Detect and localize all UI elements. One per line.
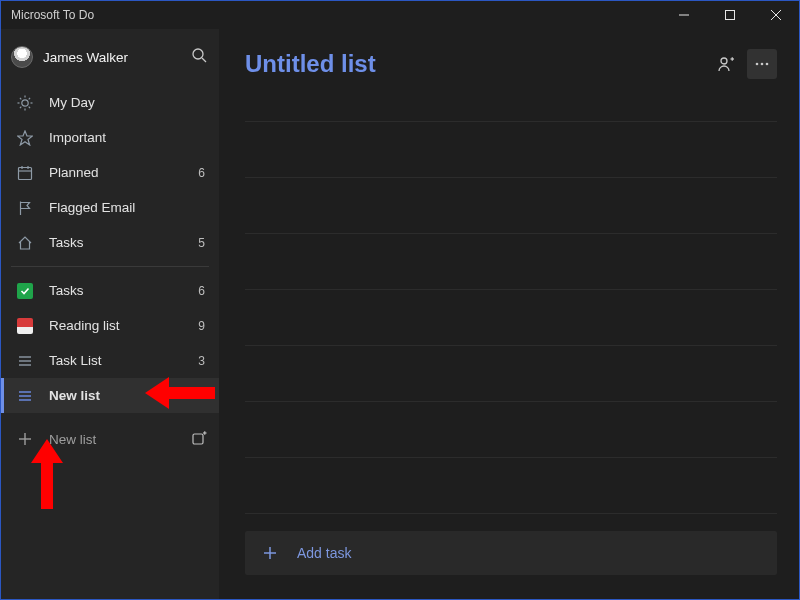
sidebar-item-label: Tasks	[49, 235, 198, 250]
sidebar-list-new-list[interactable]: New list	[1, 378, 219, 413]
new-group-icon	[191, 430, 207, 446]
plus-icon	[261, 544, 279, 562]
sidebar-item-label: Task List	[49, 353, 198, 368]
flag-icon	[15, 198, 35, 218]
main-header: Untitled list	[245, 29, 777, 99]
svg-line-14	[29, 97, 30, 98]
sidebar-item-my-day[interactable]: My Day	[1, 85, 219, 120]
sidebar-item-count: 6	[198, 284, 205, 298]
svg-rect-1	[726, 11, 735, 20]
close-button[interactable]	[753, 1, 799, 29]
sidebar-item-label: Reading list	[49, 318, 198, 333]
home-icon	[15, 233, 35, 253]
sidebar-item-label: My Day	[49, 95, 205, 110]
checkbox-checked-icon	[15, 281, 35, 301]
new-list-button[interactable]: New list	[1, 419, 219, 459]
search-button[interactable]	[191, 47, 207, 67]
app-window: Microsoft To Do James Walker	[0, 0, 800, 600]
svg-line-12	[29, 106, 30, 107]
list-icon	[15, 351, 35, 371]
sidebar-item-count: 3	[198, 354, 205, 368]
window-title: Microsoft To Do	[11, 8, 94, 22]
avatar	[11, 46, 33, 68]
add-task-input[interactable]: Add task	[245, 531, 777, 575]
sidebar-item-flagged-email[interactable]: Flagged Email	[1, 190, 219, 225]
sidebar-item-count: 9	[198, 319, 205, 333]
main-pane: Untitled list Add task	[219, 29, 799, 599]
sidebar-item-count: 5	[198, 236, 205, 250]
sidebar-item-label: Important	[49, 130, 205, 145]
new-list-label: New list	[49, 432, 191, 447]
svg-line-11	[20, 97, 21, 98]
svg-point-6	[22, 99, 28, 105]
sidebar-item-planned[interactable]: Planned 6	[1, 155, 219, 190]
maximize-icon	[725, 10, 735, 20]
svg-rect-29	[193, 434, 203, 444]
share-button[interactable]	[711, 49, 741, 79]
close-icon	[771, 10, 781, 20]
sidebar: James Walker My Day Importan	[1, 29, 219, 599]
sidebar-list-task-list[interactable]: Task List 3	[1, 343, 219, 378]
svg-point-36	[761, 63, 764, 66]
star-icon	[15, 128, 35, 148]
sidebar-item-count: 6	[198, 166, 205, 180]
svg-line-5	[202, 58, 206, 62]
task-area	[245, 99, 777, 599]
task-lines	[245, 121, 777, 599]
person-add-icon	[717, 55, 735, 73]
sidebar-item-label: Tasks	[49, 283, 198, 298]
list-icon	[15, 386, 35, 406]
account-row[interactable]: James Walker	[1, 29, 219, 85]
sidebar-list-tasks[interactable]: Tasks 6	[1, 273, 219, 308]
more-options-button[interactable]	[747, 49, 777, 79]
sidebar-list-reading-list[interactable]: Reading list 9	[1, 308, 219, 343]
svg-point-35	[756, 63, 759, 66]
sidebar-item-label: Flagged Email	[49, 200, 205, 215]
add-task-label: Add task	[297, 545, 351, 561]
svg-point-4	[193, 49, 203, 59]
user-lists: Tasks 6 Reading list 9 Task List 3	[1, 273, 219, 413]
calendar-icon	[15, 163, 35, 183]
sun-icon	[15, 93, 35, 113]
sidebar-item-label: Planned	[49, 165, 198, 180]
sidebar-divider	[11, 266, 209, 267]
ellipsis-icon	[754, 56, 770, 72]
sidebar-item-tasks[interactable]: Tasks 5	[1, 225, 219, 260]
svg-rect-16	[19, 167, 32, 179]
list-title[interactable]: Untitled list	[245, 50, 705, 78]
app-body: James Walker My Day Importan	[1, 29, 799, 599]
minimize-icon	[679, 10, 689, 20]
account-name: James Walker	[43, 50, 191, 65]
svg-point-32	[721, 58, 727, 64]
smart-lists: My Day Important Planned 6	[1, 85, 219, 260]
maximize-button[interactable]	[707, 1, 753, 29]
search-icon	[191, 47, 207, 63]
new-group-button[interactable]	[191, 430, 207, 449]
plus-icon	[15, 429, 35, 449]
sidebar-item-label: New list	[49, 388, 205, 403]
svg-line-13	[20, 106, 21, 107]
red-square-icon	[15, 316, 35, 336]
svg-marker-15	[18, 131, 33, 145]
svg-point-37	[766, 63, 769, 66]
titlebar: Microsoft To Do	[1, 1, 799, 29]
sidebar-item-important[interactable]: Important	[1, 120, 219, 155]
minimize-button[interactable]	[661, 1, 707, 29]
